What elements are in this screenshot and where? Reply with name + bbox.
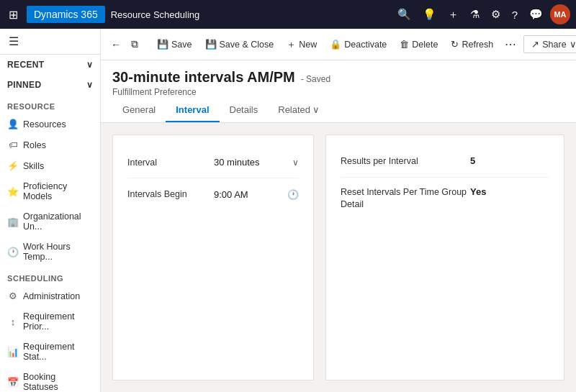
delete-label: Delete xyxy=(412,40,438,50)
sidebar-item-proficiency[interactable]: ⭐ Proficiency Models xyxy=(0,176,100,206)
search-icon[interactable]: 🔍 xyxy=(393,5,415,24)
sidebar-item-work-hours[interactable]: 🕐 Work Hours Temp... xyxy=(0,237,100,267)
sidebar-item-skills[interactable]: ⚡ Skills xyxy=(0,155,100,176)
refresh-icon: ↻ xyxy=(451,39,459,50)
settings-icon[interactable]: ⚙ xyxy=(487,5,505,24)
skills-icon: ⚡ xyxy=(7,160,19,171)
sidebar-item-administration[interactable]: ⚙ Administration xyxy=(0,286,100,306)
plus-icon[interactable]: ＋ xyxy=(444,5,463,24)
topbar-icons: 🔍 💡 ＋ ⚗ ⚙ ? 💬 MA xyxy=(393,4,570,24)
help-icon[interactable]: ? xyxy=(508,6,522,24)
page-title: 30-minute intervals AM/PM xyxy=(112,69,295,86)
sidebar-item-roles[interactable]: 🏷 Roles xyxy=(0,135,100,155)
results-per-interval-value: 5 xyxy=(470,155,475,166)
tab-interval[interactable]: Interval xyxy=(166,97,219,122)
more-button[interactable]: ⋯ xyxy=(500,35,521,54)
admin-icon: ⚙ xyxy=(7,291,19,301)
results-per-interval-label: Results per Interval xyxy=(341,155,470,168)
sidebar-item-booking-statuses[interactable]: 📅 Booking Statuses xyxy=(0,367,100,392)
page-title-row: 30-minute intervals AM/PM - Saved xyxy=(112,69,564,86)
save-close-icon: 💾 xyxy=(205,39,217,50)
module-name: Resource Scheduling xyxy=(111,9,387,20)
results-per-interval-field: Results per Interval 5 xyxy=(341,147,549,178)
org-icon: 🏢 xyxy=(7,216,19,227)
skills-label: Skills xyxy=(23,161,44,171)
work-hours-icon: 🕐 xyxy=(7,247,19,257)
new-label: New xyxy=(299,40,317,50)
main-layout: ☰ Recent ∨ Pinned ∨ Resource 👤 Resources… xyxy=(0,29,576,392)
resources-label: Resources xyxy=(23,119,66,129)
scheduling-group-label: Scheduling xyxy=(0,267,100,286)
recent-collapse[interactable]: Recent ∨ xyxy=(0,55,100,75)
delete-icon: 🗑 xyxy=(400,39,409,50)
intervals-begin-value-container[interactable]: 9:00 AM 🕐 xyxy=(214,189,299,200)
intervals-begin-value: 9:00 AM xyxy=(214,189,248,200)
sidebar-item-resources[interactable]: 👤 Resources xyxy=(0,114,100,135)
reset-intervals-value: Yes xyxy=(470,186,486,197)
related-chevron: ∨ xyxy=(312,104,320,115)
req-priority-icon: ↕ xyxy=(7,316,19,327)
deactivate-icon: 🔒 xyxy=(330,39,341,50)
booking-icon: 📅 xyxy=(7,377,19,388)
forward-button[interactable]: ⧉ xyxy=(127,35,143,53)
resources-icon: 👤 xyxy=(7,119,19,129)
page-header: 30-minute intervals AM/PM - Saved Fulfil… xyxy=(101,60,576,97)
delete-button[interactable]: 🗑 Delete xyxy=(394,35,444,53)
chat-icon[interactable]: 💬 xyxy=(525,5,547,24)
save-close-label: Save & Close xyxy=(220,40,274,50)
refresh-button[interactable]: ↻ Refresh xyxy=(445,35,499,53)
share-icon: ↗ xyxy=(531,39,539,50)
interval-value-container[interactable]: 30 minutes ∨ xyxy=(214,157,299,168)
roles-label: Roles xyxy=(23,140,46,150)
work-hours-label: Work Hours Temp... xyxy=(23,242,93,262)
reset-intervals-field: Reset Intervals Per Time Group Detail Ye… xyxy=(341,178,549,220)
req-priority-label: Requirement Prior... xyxy=(23,311,93,332)
tab-related[interactable]: Related ∨ xyxy=(268,97,330,122)
sidebar-item-req-priority[interactable]: ↕ Requirement Prior... xyxy=(0,306,100,337)
interval-field: Interval 30 minutes ∨ xyxy=(127,147,299,178)
new-icon: ＋ xyxy=(287,38,296,51)
app-name[interactable]: Dynamics 365 xyxy=(27,6,105,23)
funnel-icon[interactable]: ⚗ xyxy=(466,5,484,24)
roles-icon: 🏷 xyxy=(7,140,19,150)
req-status-icon: 📊 xyxy=(7,347,19,357)
share-button[interactable]: ↗ Share ∨ xyxy=(523,35,576,53)
tab-general[interactable]: General xyxy=(112,97,166,122)
booking-label: Booking Statuses xyxy=(23,372,93,392)
save-close-button[interactable]: 💾 Save & Close xyxy=(199,35,280,53)
grid-icon[interactable]: ⊞ xyxy=(6,5,21,24)
pinned-collapse[interactable]: Pinned ∨ xyxy=(0,75,100,95)
recent-label: Recent xyxy=(7,60,45,70)
form-content: Interval 30 minutes ∨ Intervals Begin 9:… xyxy=(101,123,576,392)
command-bar: ← ⧉ 💾 Save 💾 Save & Close ＋ New 🔒 Deacti… xyxy=(101,29,576,60)
interval-value: 30 minutes xyxy=(214,157,260,168)
hamburger-icon[interactable]: ☰ xyxy=(0,29,100,55)
proficiency-label: Proficiency Models xyxy=(23,181,93,201)
saved-badge: - Saved xyxy=(301,74,330,84)
tab-details[interactable]: Details xyxy=(220,97,269,122)
sidebar-item-org-units[interactable]: 🏢 Organizational Un... xyxy=(0,206,100,237)
intervals-begin-field: Intervals Begin 9:00 AM 🕐 xyxy=(127,178,299,210)
deactivate-label: Deactivate xyxy=(344,40,387,50)
content-area: ← ⧉ 💾 Save 💾 Save & Close ＋ New 🔒 Deacti… xyxy=(101,29,576,392)
org-label: Organizational Un... xyxy=(23,211,93,232)
clock-icon: 🕐 xyxy=(287,189,299,200)
avatar[interactable]: MA xyxy=(550,4,570,24)
lightbulb-icon[interactable]: 💡 xyxy=(418,5,441,24)
interval-label: Interval xyxy=(127,158,214,168)
pinned-chevron: ∨ xyxy=(86,80,93,90)
reset-intervals-label: Reset Intervals Per Time Group Detail xyxy=(341,186,470,211)
back-button[interactable]: ← xyxy=(107,36,125,53)
sidebar-item-req-status[interactable]: 📊 Requirement Stat... xyxy=(0,337,100,367)
interval-left-card: Interval 30 minutes ∨ Intervals Begin 9:… xyxy=(112,135,314,380)
interval-right-card: Results per Interval 5 Reset Intervals P… xyxy=(325,135,564,380)
save-button[interactable]: 💾 Save xyxy=(151,35,198,53)
intervals-begin-label: Intervals Begin xyxy=(127,189,214,199)
proficiency-icon: ⭐ xyxy=(7,186,19,197)
tabs-bar: General Interval Details Related ∨ xyxy=(101,97,576,123)
req-status-label: Requirement Stat... xyxy=(23,342,93,362)
sidebar: ☰ Recent ∨ Pinned ∨ Resource 👤 Resources… xyxy=(0,29,101,392)
deactivate-button[interactable]: 🔒 Deactivate xyxy=(324,35,392,53)
page-subtitle: Fulfillment Preference xyxy=(112,87,564,97)
new-button[interactable]: ＋ New xyxy=(281,35,323,55)
